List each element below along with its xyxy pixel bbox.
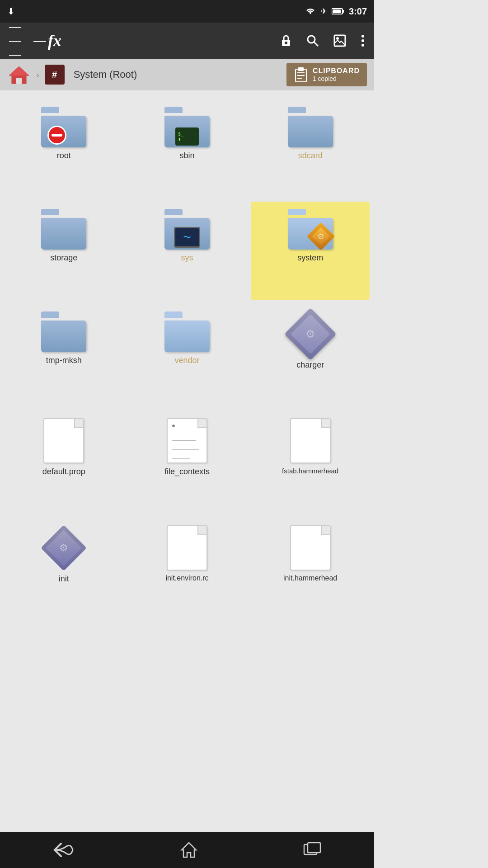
airplane-icon: ✈: [320, 6, 327, 16]
file-item-sdcard[interactable]: sdcard: [251, 99, 370, 197]
svg-line-6: [314, 42, 318, 46]
svg-point-11: [361, 44, 364, 47]
svg-rect-7: [334, 35, 345, 46]
file-label-vendor: vendor: [174, 356, 199, 365]
status-left: ⬇: [7, 6, 15, 17]
file-item-sbin[interactable]: $_ ▮ sbin: [128, 99, 247, 197]
file-item-charger[interactable]: ⚙ charger: [251, 304, 370, 406]
file-item-init-hammerhead[interactable]: init.hammerhead: [251, 518, 370, 620]
system-diamond-badge: ⚙: [309, 224, 333, 249]
svg-rect-1: [333, 9, 341, 13]
file-item-fstab[interactable]: fstab.hammerhead: [251, 411, 370, 513]
svg-point-8: [336, 37, 339, 40]
file-grid: root $_ ▮ sbin sdcard storage: [0, 90, 374, 629]
svg-point-9: [361, 35, 364, 38]
file-label-sys: sys: [181, 253, 193, 263]
file-item-storage[interactable]: storage: [5, 202, 123, 299]
status-bar: ⬇ ✈ 3:07: [0, 0, 374, 23]
breadcrumb-title: System (Root): [74, 69, 281, 80]
home-button[interactable]: [7, 63, 31, 86]
app-logo: fx: [48, 31, 271, 50]
doc-icon-init-environ: [167, 525, 207, 571]
home-svg-icon: [7, 63, 31, 86]
monitor-badge: 〜: [174, 227, 200, 248]
clipboard-badge[interactable]: CLIPBOARD 1 copied: [286, 63, 367, 86]
wifi-icon: [305, 7, 316, 16]
svg-rect-17: [298, 67, 304, 71]
file-label-storage: storage: [50, 253, 77, 263]
svg-marker-14: [9, 66, 29, 75]
toolbar-icons: [280, 34, 365, 47]
svg-point-10: [361, 39, 364, 42]
file-label-init-environ: init.environ.rc: [165, 574, 208, 582]
file-label-system: system: [297, 253, 323, 263]
file-item-vendor[interactable]: vendor: [128, 304, 247, 406]
file-label-charger: charger: [296, 360, 324, 370]
charger-diamond: ⚙: [288, 311, 333, 357]
file-label-tmp-mksh: tmp-mksh: [46, 356, 82, 365]
file-label-init: init: [59, 574, 69, 584]
file-item-file-contexts[interactable]: file_contexts: [128, 411, 247, 513]
svg-rect-15: [16, 78, 22, 84]
root-icon: #: [45, 65, 65, 85]
file-item-system[interactable]: ⚙ system: [251, 202, 370, 299]
file-label-default-prop: default.prop: [42, 467, 85, 476]
file-item-init[interactable]: ⚙ init: [5, 518, 123, 620]
doc-icon-init-hammerhead: [290, 525, 331, 571]
clipboard-text: CLIPBOARD 1 copied: [313, 67, 360, 82]
svg-rect-4: [285, 42, 287, 44]
battery-icon: [332, 8, 344, 15]
search-icon[interactable]: [306, 34, 319, 47]
file-label-file-contexts: file_contexts: [164, 467, 210, 476]
lock-icon[interactable]: [280, 34, 292, 47]
svg-point-5: [308, 36, 315, 43]
doc-icon-default-prop: [43, 418, 84, 463]
file-item-default-prop[interactable]: default.prop: [5, 411, 123, 513]
doc-icon-fstab: [290, 418, 331, 463]
breadcrumb-bar: › # System (Root) CLIPBOARD 1 copied: [0, 59, 374, 90]
file-item-sys[interactable]: 〜 sys: [128, 202, 247, 299]
status-right: ✈ 3:07: [305, 6, 367, 17]
file-label-init-hammerhead: init.hammerhead: [283, 574, 337, 582]
file-item-tmp-mksh[interactable]: tmp-mksh: [5, 304, 123, 406]
init-diamond: ⚙: [41, 525, 86, 571]
hamburger-icon[interactable]: ———: [9, 20, 21, 62]
toolbar: ——— — fx: [0, 23, 374, 59]
download-icon: ⬇: [7, 6, 15, 17]
svg-rect-2: [343, 10, 344, 13]
gallery-icon[interactable]: [333, 34, 346, 47]
status-time: 3:07: [349, 6, 367, 17]
more-icon[interactable]: [361, 34, 365, 47]
file-label-sdcard: sdcard: [298, 151, 323, 160]
file-item-root[interactable]: root: [5, 99, 123, 197]
file-label-fstab: fstab.hammerhead: [282, 467, 338, 475]
file-label-sbin: sbin: [179, 151, 194, 160]
file-label-root: root: [57, 151, 71, 160]
clipboard-icon: [294, 66, 308, 83]
breadcrumb-chevron: ›: [36, 70, 39, 80]
file-item-init-environ-rc[interactable]: init.environ.rc: [128, 518, 247, 620]
doc-icon-file-contexts: [167, 418, 207, 463]
terminal-badge: $_ ▮: [175, 127, 199, 146]
